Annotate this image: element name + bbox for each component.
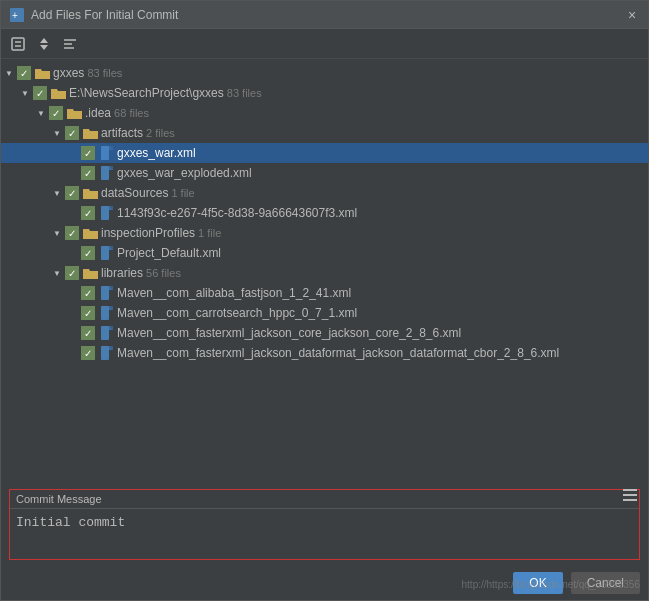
- folder-icon: [82, 126, 98, 140]
- tree-row[interactable]: ▼✓ dataSources 1 file: [1, 183, 648, 203]
- row-label: .idea 68 files: [85, 106, 149, 120]
- checkbox[interactable]: ✓: [81, 146, 95, 160]
- folder-icon: [34, 66, 50, 80]
- title-bar: + Add Files For Initial Commit ×: [1, 1, 648, 29]
- file-icon: [98, 206, 114, 220]
- checkbox[interactable]: ✓: [81, 166, 95, 180]
- tree-row[interactable]: ✓ 1143f93c-e267-4f5c-8d38-9a66643607f3.x…: [1, 203, 648, 223]
- close-button[interactable]: ×: [624, 7, 640, 23]
- toolbar-btn-3[interactable]: [59, 33, 81, 55]
- tree-row[interactable]: ▼✓ libraries 56 files: [1, 263, 648, 283]
- dialog-icon: +: [9, 7, 25, 23]
- checkbox[interactable]: ✓: [81, 206, 95, 220]
- row-label: 1143f93c-e267-4f5c-8d38-9a66643607f3.xml: [117, 206, 357, 220]
- checkbox[interactable]: ✓: [65, 186, 79, 200]
- svg-rect-25: [101, 306, 109, 320]
- row-label: Maven__com_carrotsearch_hppc_0_7_1.xml: [117, 306, 357, 320]
- row-label: Project_Default.xml: [117, 246, 221, 260]
- tree-row[interactable]: ✓ gxxes_war_exploded.xml: [1, 163, 648, 183]
- tree-row[interactable]: ✓ Maven__com_carrotsearch_hppc_0_7_1.xml: [1, 303, 648, 323]
- svg-rect-27: [109, 306, 113, 310]
- tree-row[interactable]: ▼✓ gxxes 83 files: [1, 63, 648, 83]
- tree-row[interactable]: ✓ Maven__com_fasterxml_jackson_dataforma…: [1, 343, 648, 363]
- content-area: ▼✓ gxxes 83 files▼✓ E:\NewsSearchProject…: [1, 59, 648, 600]
- file-icon: [98, 246, 114, 260]
- svg-rect-33: [109, 346, 113, 350]
- checkbox[interactable]: ✓: [49, 106, 63, 120]
- chevron-icon: [65, 145, 81, 161]
- svg-rect-34: [623, 489, 637, 491]
- checkbox[interactable]: ✓: [81, 246, 95, 260]
- toolbar-btn-2[interactable]: [33, 33, 55, 55]
- svg-rect-16: [101, 206, 109, 220]
- checkbox[interactable]: ✓: [65, 226, 79, 240]
- svg-rect-15: [109, 166, 113, 170]
- chevron-icon: [65, 305, 81, 321]
- svg-rect-19: [101, 246, 109, 260]
- file-icon: [98, 166, 114, 180]
- commit-message[interactable]: Initial commit: [10, 509, 639, 559]
- row-label: E:\NewsSearchProject\gxxes 83 files: [69, 86, 262, 100]
- svg-rect-10: [101, 146, 109, 160]
- watermark: http://https://blog.csdn.net/qq_36998356: [462, 579, 640, 590]
- tree-row[interactable]: ✓ Project_Default.xml: [1, 243, 648, 263]
- checkbox[interactable]: ✓: [17, 66, 31, 80]
- file-icon: [98, 326, 114, 340]
- svg-rect-30: [109, 326, 113, 330]
- row-label: gxxes 83 files: [53, 66, 122, 80]
- tree-row[interactable]: ▼✓ artifacts 2 files: [1, 123, 648, 143]
- add-files-dialog: + Add Files For Initial Commit ×: [0, 0, 649, 601]
- folder-icon: [82, 266, 98, 280]
- svg-marker-5: [40, 38, 48, 43]
- checkbox[interactable]: ✓: [33, 86, 47, 100]
- checkbox[interactable]: ✓: [81, 326, 95, 340]
- chevron-icon: [65, 345, 81, 361]
- row-label: Maven__com_fasterxml_jackson_dataformat_…: [117, 346, 559, 360]
- checkbox[interactable]: ✓: [65, 266, 79, 280]
- file-icon: [98, 306, 114, 320]
- chevron-icon: ▼: [1, 65, 17, 81]
- tree-row[interactable]: ✓ Maven__com_fasterxml_jackson_core_jack…: [1, 323, 648, 343]
- svg-rect-13: [101, 166, 109, 180]
- checkbox[interactable]: ✓: [81, 306, 95, 320]
- svg-rect-22: [101, 286, 109, 300]
- row-label: Maven__com_fasterxml_jackson_core_jackso…: [117, 326, 461, 340]
- chevron-icon: [65, 205, 81, 221]
- chevron-icon: ▼: [49, 225, 65, 241]
- toolbar-btn-1[interactable]: [7, 33, 29, 55]
- commit-options-icon[interactable]: [622, 487, 638, 506]
- folder-icon: [66, 106, 82, 120]
- svg-rect-24: [109, 286, 113, 290]
- chevron-icon: [65, 245, 81, 261]
- svg-rect-18: [109, 206, 113, 210]
- chevron-icon: ▼: [49, 185, 65, 201]
- commit-label: Commit Message: [10, 490, 639, 509]
- svg-marker-6: [40, 45, 48, 50]
- svg-rect-21: [109, 246, 113, 250]
- svg-rect-31: [101, 346, 109, 360]
- file-icon: [98, 286, 114, 300]
- svg-rect-28: [101, 326, 109, 340]
- tree-row[interactable]: ✓ Maven__com_alibaba_fastjson_1_2_41.xml: [1, 283, 648, 303]
- row-label: artifacts 2 files: [101, 126, 175, 140]
- folder-icon: [82, 186, 98, 200]
- checkbox[interactable]: ✓: [65, 126, 79, 140]
- checkbox[interactable]: ✓: [81, 346, 95, 360]
- tree-row[interactable]: ▼✓ E:\NewsSearchProject\gxxes 83 files: [1, 83, 648, 103]
- checkbox[interactable]: ✓: [81, 286, 95, 300]
- toolbar: [1, 29, 648, 59]
- tree-row[interactable]: ▼✓ inspectionProfiles 1 file: [1, 223, 648, 243]
- chevron-icon: ▼: [49, 265, 65, 281]
- svg-rect-36: [623, 499, 637, 501]
- row-label: gxxes_war_exploded.xml: [117, 166, 252, 180]
- file-icon: [98, 146, 114, 160]
- tree-row[interactable]: ✓ gxxes_war.xml: [1, 143, 648, 163]
- svg-rect-2: [12, 38, 24, 50]
- chevron-icon: ▼: [17, 85, 33, 101]
- folder-icon: [50, 86, 66, 100]
- chevron-icon: ▼: [33, 105, 49, 121]
- chevron-icon: [65, 285, 81, 301]
- file-tree[interactable]: ▼✓ gxxes 83 files▼✓ E:\NewsSearchProject…: [1, 59, 648, 483]
- tree-row[interactable]: ▼✓ .idea 68 files: [1, 103, 648, 123]
- chevron-icon: [65, 325, 81, 341]
